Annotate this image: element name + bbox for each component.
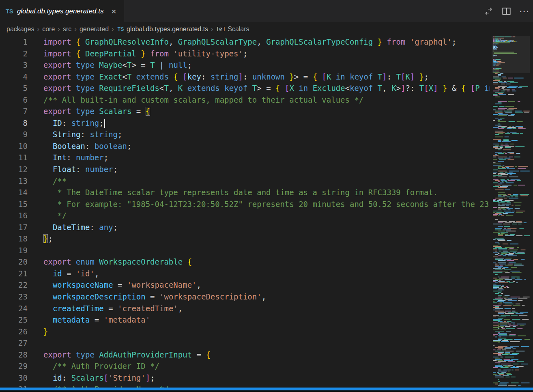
line-number: 12 [0, 164, 28, 175]
code-line[interactable]: Float: number; [43, 164, 490, 175]
minimap-slider[interactable] [492, 36, 530, 73]
close-tab-icon[interactable]: × [110, 6, 118, 16]
split-editor-icon[interactable] [501, 6, 512, 17]
tab-title: global.db.types.generated.ts [17, 7, 104, 15]
code-line[interactable]: */ [43, 210, 490, 222]
code-line[interactable]: id: Scalars['String']; [43, 372, 490, 384]
code-lines[interactable]: import { GraphQLResolveInfo, GraphQLScal… [43, 36, 490, 388]
code-line[interactable]: * The DateTime scalar type represents da… [43, 187, 490, 198]
line-number: 4 [0, 71, 28, 83]
symbol-type-icon: [∅] [216, 26, 226, 32]
line-number: 19 [0, 245, 28, 256]
code-line[interactable]: String: string; [43, 129, 490, 140]
code-line[interactable]: export enum WorkspaceOrderable { [43, 256, 490, 268]
tab-bar: TS global.db.types.generated.ts × ⋯ [0, 0, 533, 22]
line-number: 26 [0, 326, 28, 338]
code-line[interactable]: DateTime: any; [43, 222, 490, 233]
code-line[interactable]: ID: string; [43, 117, 490, 129]
status-bar-strip [0, 388, 533, 390]
line-number: 22 [0, 279, 28, 291]
breadcrumb-item-src[interactable]: src [63, 26, 71, 33]
breadcrumb-separator-icon: › [58, 25, 60, 33]
line-number: 25 [0, 314, 28, 326]
breadcrumb: packages›core›src›generated›TSglobal.db.… [0, 22, 533, 36]
code-line[interactable]: Boolean: boolean; [43, 140, 490, 152]
line-number: 21 [0, 268, 28, 280]
line-number: 16 [0, 210, 28, 222]
editor: 1234567891011121314151617181920212223242… [0, 36, 533, 388]
line-number: 24 [0, 303, 28, 314]
more-actions-icon[interactable]: ⋯ [518, 6, 530, 17]
minimap-canvas [492, 36, 530, 388]
line-number: 23 [0, 291, 28, 303]
breadcrumb-separator-icon: › [211, 25, 213, 33]
window-bottom-edge [0, 390, 533, 392]
line-number: 9 [0, 129, 28, 140]
code-line[interactable]: workspaceName = 'workspaceName', [43, 279, 490, 291]
line-number: 11 [0, 152, 28, 164]
line-number: 2 [0, 48, 28, 60]
line-number: 29 [0, 360, 28, 372]
code-line[interactable]: }; [43, 233, 490, 245]
code-line[interactable]: /** All built-in and custom scalars, map… [43, 94, 490, 106]
line-number: 5 [0, 82, 28, 94]
code-line[interactable]: export type AddAuthProviderInput = { [43, 349, 490, 361]
line-number: 30 [0, 372, 28, 384]
code-line[interactable]: export type Maybe<T> = T | null; [43, 59, 490, 71]
line-number: 13 [0, 175, 28, 187]
code-line[interactable]: import { DeepPartial } from 'utility-typ… [43, 48, 490, 60]
code-line[interactable]: export type Scalars = { [43, 106, 490, 117]
line-number: 28 [0, 349, 28, 361]
breadcrumb-item-core[interactable]: core [42, 26, 55, 33]
line-number: 1 [0, 36, 28, 48]
line-number: 8 [0, 117, 28, 129]
open-changes-icon[interactable] [483, 6, 494, 17]
tab-global-db-types-generated[interactable]: TS global.db.types.generated.ts × [0, 0, 124, 22]
typescript-file-icon: TS [6, 8, 13, 15]
line-number: 20 [0, 256, 28, 268]
code-line[interactable]: workspaceDescription = 'workspaceDescrip… [43, 291, 490, 303]
code-line[interactable]: /** Auth Provider ID */ [43, 360, 490, 372]
line-number: 18 [0, 233, 28, 245]
line-number: 10 [0, 140, 28, 152]
line-number: 7 [0, 106, 28, 117]
code-line[interactable]: /** [43, 175, 490, 187]
code-line[interactable]: Int: number; [43, 152, 490, 164]
code-line[interactable] [43, 245, 490, 256]
code-line[interactable]: createdTime = 'createdTime', [43, 303, 490, 314]
code-line[interactable]: export type Exact<T extends { [key: stri… [43, 71, 490, 83]
code-line[interactable]: metadata = 'metadata' [43, 314, 490, 326]
text-cursor [104, 119, 105, 128]
code-line[interactable]: export type RequireFields<T, K extends k… [43, 82, 490, 94]
line-number: 27 [0, 337, 28, 349]
gutter[interactable]: 1234567891011121314151617181920212223242… [0, 36, 28, 388]
code-line[interactable] [43, 337, 490, 349]
typescript-file-icon: TS [118, 26, 124, 32]
breadcrumb-separator-icon: › [74, 25, 77, 33]
breadcrumb-item-symbol[interactable]: Scalars [228, 26, 249, 33]
line-number: 6 [0, 94, 28, 106]
breadcrumb-separator-icon: › [112, 25, 114, 33]
line-number: 3 [0, 59, 28, 71]
minimap[interactable] [492, 36, 530, 388]
code-line[interactable]: * For example: "1985-04-12T23:20:50.52Z"… [43, 198, 490, 210]
code-line[interactable]: id = 'id', [43, 268, 490, 280]
code-line[interactable]: } [43, 326, 490, 338]
line-number: 15 [0, 198, 28, 210]
code-line[interactable]: import { GraphQLResolveInfo, GraphQLScal… [43, 36, 490, 48]
line-number: 14 [0, 187, 28, 198]
breadcrumb-separator-icon: › [37, 25, 40, 33]
breadcrumb-item-packages[interactable]: packages [6, 26, 34, 33]
editor-actions: ⋯ [483, 0, 530, 22]
breadcrumb-item-file[interactable]: global.db.types.generated.ts [127, 26, 208, 33]
line-number: 17 [0, 222, 28, 233]
breadcrumb-item-generated[interactable]: generated [80, 26, 109, 33]
